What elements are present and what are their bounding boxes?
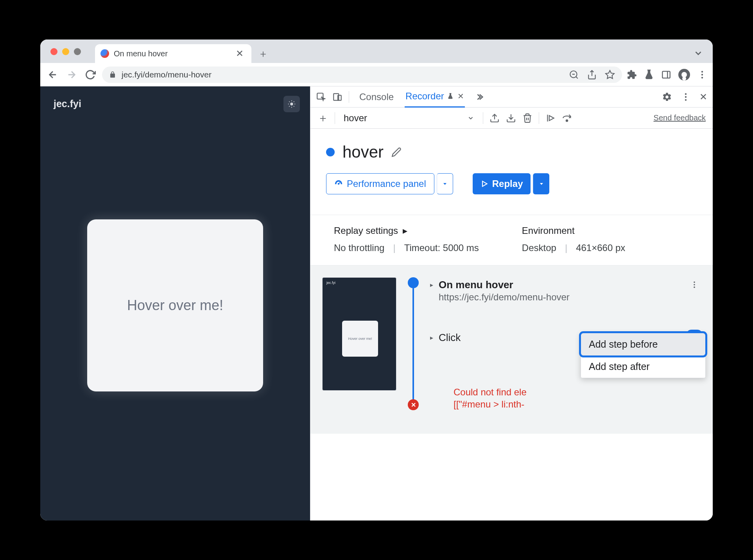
recorder-toolbar: ＋ hover Send feedback (310, 108, 713, 129)
replay-button[interactable]: Replay (473, 173, 531, 194)
svg-line-3 (576, 77, 578, 79)
svg-point-26 (685, 99, 687, 101)
svg-marker-6 (606, 70, 614, 79)
chevron-right-icon: ▸ (430, 281, 433, 289)
svg-point-9 (701, 71, 703, 72)
step-error-text: Could not find ele [["#menu > li:nth- (454, 386, 602, 410)
address-bar: jec.fyi/demo/menu-hover (40, 63, 713, 86)
tab-title: On menu hover (114, 49, 229, 58)
tab-recorder[interactable]: Recorder ✕ (405, 86, 465, 108)
share-icon[interactable] (587, 70, 597, 80)
url-text: jec.fyi/demo/menu-hover (122, 70, 563, 79)
forward-button[interactable] (65, 68, 79, 82)
close-tab-icon[interactable]: ✕ (233, 48, 246, 59)
gauge-icon (334, 179, 343, 188)
delete-icon[interactable] (522, 113, 532, 123)
bookmark-star-icon[interactable] (605, 70, 615, 80)
recording-title: hover (342, 143, 384, 162)
device-value: Desktop (522, 242, 556, 253)
performance-panel-dropdown[interactable] (437, 173, 453, 194)
timeline: ✕ (407, 277, 420, 410)
svg-point-10 (701, 74, 703, 75)
viewport-value: 461×660 px (576, 242, 625, 253)
devtools-close-icon[interactable]: ✕ (699, 92, 707, 102)
svg-point-24 (685, 93, 687, 95)
recording-select[interactable]: hover (341, 113, 477, 124)
close-window-icon[interactable] (50, 48, 57, 55)
theme-toggle-button[interactable] (283, 96, 300, 112)
new-recording-button[interactable]: ＋ (317, 111, 328, 126)
recorder-body: hover Performance panel Replay (310, 129, 713, 521)
step-play-icon[interactable] (545, 113, 556, 123)
page-brand: jec.fyi (54, 98, 297, 109)
step-thumbnail[interactable]: jec.fyi Hover over me! (322, 277, 396, 391)
reload-button[interactable] (83, 68, 97, 82)
step-title: On menu hover (439, 279, 682, 291)
svg-marker-30 (549, 115, 554, 120)
step-item-navigate[interactable]: ▸ On menu hover https://jec.fyi/demo/men… (430, 277, 701, 310)
maximize-window-icon[interactable] (74, 48, 81, 55)
settings-gear-icon[interactable] (662, 92, 672, 102)
play-icon (480, 180, 488, 188)
omnibox-actions (569, 70, 615, 80)
devtools-menu-icon[interactable] (681, 92, 691, 102)
svg-point-31 (566, 120, 568, 121)
zoom-out-icon[interactable] (569, 70, 579, 80)
import-icon[interactable] (506, 113, 516, 123)
content-row: jec.fyi Hover over me! Console (40, 86, 713, 521)
new-tab-button[interactable]: ＋ (255, 46, 271, 61)
favicon-icon (100, 49, 109, 58)
chevron-down-icon (467, 115, 474, 122)
svg-marker-35 (482, 181, 487, 186)
step-over-icon[interactable] (562, 113, 572, 123)
browser-menu-icon[interactable] (697, 70, 707, 80)
timeline-dot-icon (408, 277, 419, 288)
step-more-icon[interactable] (688, 279, 701, 291)
svg-marker-34 (443, 183, 446, 185)
send-feedback-link[interactable]: Send feedback (654, 113, 706, 122)
side-panel-icon[interactable] (661, 70, 671, 80)
browser-tab[interactable]: On menu hover ✕ (95, 44, 251, 63)
replay-dropdown[interactable] (533, 173, 549, 194)
settings-block: Replay settings ▸ No throttling | Timeou… (310, 215, 713, 265)
thumb-card: Hover over me! (342, 321, 378, 357)
inspect-element-icon[interactable] (316, 92, 326, 102)
chevron-right-icon: ▸ (430, 334, 433, 341)
browser-tab-bar: On menu hover ✕ ＋ (40, 39, 713, 63)
steps-section: jec.fyi Hover over me! ✕ ▸ (310, 265, 713, 434)
ctx-add-step-before[interactable]: Add step before (581, 333, 705, 355)
hover-card-text: Hover over me! (127, 297, 223, 314)
throttling-value: No throttling (334, 242, 384, 253)
labs-flask-icon[interactable] (644, 70, 654, 80)
close-tab-recorder-icon[interactable]: ✕ (457, 92, 464, 101)
extensions-icon[interactable] (627, 70, 637, 80)
recording-header: hover Performance panel Replay (310, 129, 713, 205)
device-toggle-icon[interactable] (332, 92, 342, 102)
svg-rect-7 (662, 71, 670, 78)
more-tabs-chevron-icon[interactable] (475, 93, 484, 101)
browser-window: On menu hover ✕ ＋ jec.fyi/demo/menu-hove… (40, 39, 713, 521)
svg-point-38 (694, 284, 695, 285)
experiment-flask-icon (447, 93, 454, 99)
tab-console[interactable]: Console (359, 87, 394, 107)
devtools-tab-bar: Console Recorder ✕ ✕ (310, 86, 713, 108)
svg-point-11 (701, 77, 703, 78)
svg-point-12 (290, 102, 293, 105)
replay-settings-toggle[interactable]: Replay settings ▸ (334, 225, 479, 236)
tab-list-chevron-icon[interactable] (693, 48, 703, 58)
timeout-value: Timeout: 5000 ms (404, 242, 479, 253)
profile-avatar-icon[interactable] (678, 69, 690, 81)
toolbar-icons (627, 69, 707, 81)
ctx-add-step-after[interactable]: Add step after (581, 355, 705, 378)
recording-status-dot-icon (326, 148, 335, 156)
timeline-line (412, 288, 414, 400)
edit-title-icon[interactable] (391, 147, 402, 157)
back-button[interactable] (46, 68, 60, 82)
url-field[interactable]: jec.fyi/demo/menu-hover (102, 66, 622, 83)
hover-card[interactable]: Hover over me! (87, 219, 263, 391)
svg-point-25 (685, 96, 687, 97)
minimize-window-icon[interactable] (62, 48, 69, 55)
export-icon[interactable] (489, 113, 500, 123)
svg-marker-36 (540, 183, 543, 185)
performance-panel-button[interactable]: Performance panel (326, 173, 434, 194)
